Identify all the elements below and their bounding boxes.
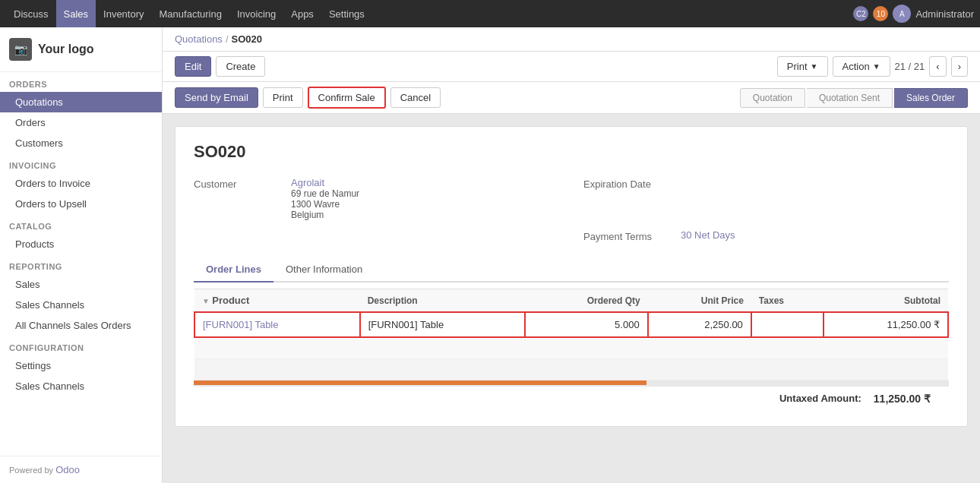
tabs: Order Lines Other Information — [194, 257, 949, 283]
sidebar-item-all-channels[interactable]: All Channels Sales Orders — [0, 315, 162, 336]
action-bar: Send by Email Print Confirm Sale Cancel … — [163, 82, 980, 114]
toolbar: Edit Create Print ▼ Action ▼ 21 / 21 ‹ › — [163, 52, 980, 82]
sidebar-item-sales-channels-reporting[interactable]: Sales Channels — [0, 295, 162, 315]
doc-title: SO020 — [194, 142, 949, 162]
cancel-button[interactable]: Cancel — [390, 87, 441, 108]
section-configuration-label: Configuration — [0, 336, 162, 355]
nav-apps[interactable]: Apps — [283, 0, 321, 27]
nav-inventory[interactable]: Inventory — [96, 0, 151, 27]
sidebar-footer: Powered by Odoo — [0, 456, 162, 483]
logo-icon: 📷 — [9, 38, 32, 61]
print-action-button[interactable]: Print — [263, 87, 303, 108]
sidebar-item-orders-to-invoice[interactable]: Orders to Invoice — [0, 173, 162, 194]
action-chevron-icon: ▼ — [873, 62, 880, 71]
order-table: ▼ Product Description Ordered Qty Unit P… — [194, 289, 949, 380]
footer-totals: Untaxed Amount: 11,250.00 ₹ — [194, 385, 949, 411]
sidebar-item-products[interactable]: Products — [0, 234, 162, 254]
cell-description: [FURN001] Table — [360, 312, 526, 337]
prev-button[interactable]: ‹ — [929, 56, 946, 77]
status-quotation[interactable]: Quotation — [740, 88, 805, 108]
form-card: SO020 Customer Agrolait 69 rue de Namur … — [175, 126, 968, 427]
section-reporting-label: Reporting — [0, 254, 162, 274]
username: Administrator — [915, 8, 974, 20]
customer-value: Agrolait 69 rue de Namur 1300 Wavre Belg… — [291, 177, 359, 220]
col-ordered-qty: Ordered Qty — [525, 289, 647, 313]
odoo-link[interactable]: Odoo — [55, 464, 80, 475]
create-button[interactable]: Create — [216, 56, 265, 77]
sidebar-item-orders[interactable]: Orders — [0, 112, 162, 133]
customer-address2: 1300 Wavre — [291, 199, 359, 210]
section-invoicing-label: Invoicing — [0, 153, 162, 173]
col-unit-price: Unit Price — [648, 289, 751, 313]
section-catalog-label: Catalog — [0, 214, 162, 234]
sidebar-item-quotations[interactable]: Quotations — [0, 92, 162, 112]
nav-manufacturing[interactable]: Manufacturing — [152, 0, 229, 27]
logo-area: 📷 Your logo — [0, 27, 162, 72]
col-taxes: Taxes — [751, 289, 824, 313]
main-layout: 📷 Your logo Orders Quotations Orders Cus… — [0, 27, 980, 483]
sidebar-item-sales-reporting[interactable]: Sales — [0, 274, 162, 295]
tab-other-info[interactable]: Other Information — [273, 257, 375, 283]
send-email-button[interactable]: Send by Email — [175, 87, 258, 108]
sort-arrow-icon: ▼ — [202, 297, 210, 305]
payment-terms-value: 30 Net Days — [681, 229, 735, 242]
edit-button[interactable]: Edit — [175, 56, 211, 77]
cell-unit-price: 2,250.00 — [648, 312, 751, 337]
confirm-sale-button[interactable]: Confirm Sale — [308, 87, 386, 109]
cell-subtotal: 11,250.00 ₹ — [824, 312, 948, 337]
action-button[interactable]: Action ▼ — [833, 56, 890, 77]
cell-ordered-qty: 5.000 — [525, 312, 647, 337]
logo-text: Your logo — [38, 43, 93, 56]
page-content: SO020 Customer Agrolait 69 rue de Namur … — [163, 114, 980, 483]
pagination-text: 21 / 21 — [895, 61, 925, 72]
customer-link[interactable]: Agrolait — [291, 177, 324, 188]
cell-product: [FURN001] Table — [194, 312, 360, 337]
user-avatar[interactable]: A — [893, 5, 911, 23]
col-product: ▼ Product — [194, 289, 360, 313]
breadcrumb-current: SO020 — [232, 33, 262, 45]
customer-address3: Belgium — [291, 210, 359, 220]
nav-discuss[interactable]: Discuss — [6, 0, 56, 27]
breadcrumb-parent[interactable]: Quotations — [175, 33, 223, 45]
toolbar-right: Print ▼ Action ▼ 21 / 21 ‹ › — [777, 56, 968, 77]
nav-right: C2 10 A Administrator — [853, 5, 974, 23]
customer-label: Customer — [194, 177, 285, 220]
section-orders-label: Orders — [0, 72, 162, 92]
untaxed-value: 11,250.00 ₹ — [874, 393, 931, 405]
customer-field: Customer Agrolait 69 rue de Namur 1300 W… — [194, 177, 559, 220]
sidebar: 📷 Your logo Orders Quotations Orders Cus… — [0, 27, 163, 483]
empty-row-1 — [194, 337, 948, 358]
sidebar-item-sales-channels-config[interactable]: Sales Channels — [0, 376, 162, 396]
breadcrumb-separator: / — [226, 33, 229, 45]
c2-badge[interactable]: C2 — [853, 6, 868, 21]
breadcrumb: Quotations / SO020 — [163, 27, 980, 52]
col-description: Description — [360, 289, 526, 313]
table-row[interactable]: [FURN001] Table [FURN001] Table 5.000 2,… — [194, 312, 948, 337]
table-header-row: ▼ Product Description Ordered Qty Unit P… — [194, 289, 948, 313]
fields-grid: Customer Agrolait 69 rue de Namur 1300 W… — [194, 177, 949, 242]
nav-invoicing[interactable]: Invoicing — [229, 0, 283, 27]
print-button[interactable]: Print ▼ — [777, 56, 828, 77]
payment-terms-field: Payment Terms 30 Net Days — [583, 229, 949, 242]
sidebar-item-orders-to-upsell[interactable]: Orders to Upsell — [0, 194, 162, 214]
expiration-label: Expiration Date — [583, 177, 675, 220]
nav-sales[interactable]: Sales — [56, 0, 96, 27]
col-subtotal: Subtotal — [824, 289, 948, 313]
notif-badge[interactable]: 10 — [873, 6, 888, 21]
customer-address1: 69 rue de Namur — [291, 188, 359, 199]
cell-taxes — [751, 312, 824, 337]
content-area: Quotations / SO020 Edit Create Print ▼ A… — [163, 27, 980, 483]
nav-settings[interactable]: Settings — [321, 0, 372, 27]
sidebar-item-customers[interactable]: Customers — [0, 133, 162, 153]
next-button[interactable]: › — [951, 56, 968, 77]
sidebar-item-settings[interactable]: Settings — [0, 355, 162, 376]
untaxed-label: Untaxed Amount: — [779, 393, 861, 404]
payment-terms-label: Payment Terms — [583, 229, 675, 242]
status-sales-order[interactable]: Sales Order — [894, 88, 968, 108]
top-navigation: Discuss Sales Inventory Manufacturing In… — [0, 0, 980, 27]
status-steps: Quotation Quotation Sent Sales Order — [740, 88, 968, 108]
tab-order-lines[interactable]: Order Lines — [194, 257, 273, 283]
expiration-field: Expiration Date — [583, 177, 949, 220]
print-chevron-icon: ▼ — [811, 62, 818, 71]
status-quotation-sent[interactable]: Quotation Sent — [807, 88, 893, 108]
